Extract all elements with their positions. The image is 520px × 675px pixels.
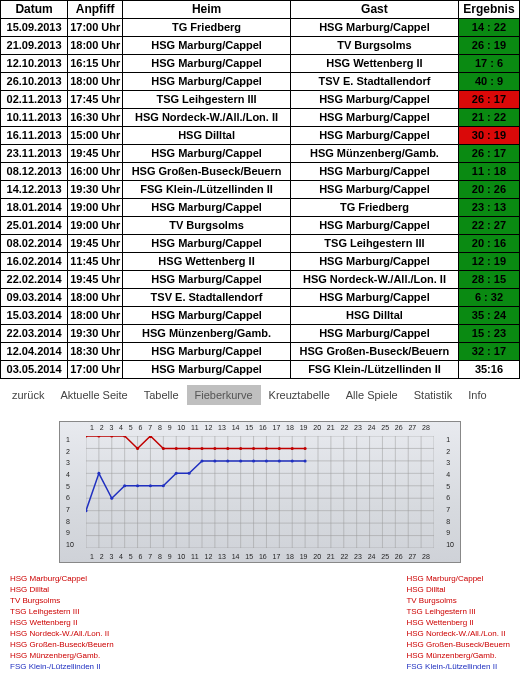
tab-alle-spiele[interactable]: Alle Spiele (338, 385, 406, 405)
table-row: 16.02.201411:45 UhrHSG Wettenberg IIHSG … (1, 253, 520, 271)
col-away: Gast (291, 1, 459, 19)
legend-item[interactable]: HSG Münzenberg/Gamb. (406, 650, 510, 661)
cell-result: 35:16 (458, 361, 519, 379)
col-date: Datum (1, 1, 68, 19)
cell-date: 15.03.2014 (1, 307, 68, 325)
svg-point-44 (162, 447, 165, 450)
cell-time: 18:00 Uhr (68, 289, 123, 307)
cell-home: TG Friedberg (123, 19, 291, 37)
chart-x-ticks-top: 1234567891011121314151617181920212223242… (90, 424, 430, 431)
legend-item[interactable]: TV Burgsolms (406, 595, 510, 606)
cell-result: 17 : 6 (458, 55, 519, 73)
cell-time: 16:15 Uhr (68, 55, 123, 73)
cell-result: 15 : 23 (458, 325, 519, 343)
col-home: Heim (123, 1, 291, 19)
legend-item[interactable]: TSG Leihgestern III (10, 606, 114, 617)
tab-statistik[interactable]: Statistik (406, 385, 461, 405)
legend-item[interactable]: HSG Nordeck-W./All./Lon. II (406, 628, 510, 639)
cell-date: 23.11.2013 (1, 145, 68, 163)
cell-away: HSG Marburg/Cappel (291, 91, 459, 109)
cell-away: TSV E. Stadtallendorf (291, 73, 459, 91)
legend-item[interactable]: FSG Klein-/Lützellinden II (10, 661, 114, 672)
cell-result: 40 : 9 (458, 73, 519, 91)
legend-item[interactable]: TSG Leihgestern III (406, 606, 510, 617)
legend-item[interactable]: HSG Münzenberg/Gamb. (10, 650, 114, 661)
table-header-row: Datum Anpfiff Heim Gast Ergebnis (1, 1, 520, 19)
cell-date: 08.02.2014 (1, 235, 68, 253)
table-row: 14.12.201319:30 UhrFSG Klein-/Lützellind… (1, 181, 520, 199)
cell-time: 17:45 Uhr (68, 91, 123, 109)
cell-home: HSG Marburg/Cappel (123, 361, 291, 379)
svg-point-62 (162, 484, 165, 487)
tab-aktuelle-seite[interactable]: Aktuelle Seite (52, 385, 135, 405)
legend-item[interactable]: HSG Großen-Buseck/Beuern (10, 639, 114, 650)
cell-away: TSG Leihgestern III (291, 235, 459, 253)
table-row: 08.02.201419:45 UhrHSG Marburg/CappelTSG… (1, 235, 520, 253)
cell-home: HSG Dilltal (123, 127, 291, 145)
cell-time: 11:45 Uhr (68, 253, 123, 271)
cell-away: HSG Marburg/Cappel (291, 253, 459, 271)
cell-date: 08.12.2013 (1, 163, 68, 181)
legend-item[interactable]: HSG Nordeck-W./All./Lon. II (10, 628, 114, 639)
cell-date: 26.10.2013 (1, 73, 68, 91)
series-line (86, 436, 305, 448)
cell-time: 19:30 Uhr (68, 325, 123, 343)
svg-point-40 (110, 436, 113, 438)
cell-away: HSG Marburg/Cappel (291, 325, 459, 343)
table-row: 02.11.201317:45 UhrTSG Leihgestern IIIHS… (1, 91, 520, 109)
svg-point-55 (304, 447, 307, 450)
cell-away: HSG Marburg/Cappel (291, 289, 459, 307)
cell-result: 21 : 22 (458, 109, 519, 127)
legend-item[interactable]: TV Burgsolms (10, 595, 114, 606)
cell-home: TSG Leihgestern III (123, 91, 291, 109)
svg-point-61 (149, 484, 152, 487)
cell-result: 26 : 19 (458, 37, 519, 55)
svg-point-59 (123, 484, 126, 487)
cell-time: 16:00 Uhr (68, 163, 123, 181)
cell-home: HSG Marburg/Cappel (123, 199, 291, 217)
legend-item[interactable]: HSG Wettenberg II (10, 617, 114, 628)
cell-result: 12 : 19 (458, 253, 519, 271)
legend-item[interactable]: HSG Wettenberg II (406, 617, 510, 628)
table-row: 16.11.201315:00 UhrHSG DilltalHSG Marbur… (1, 127, 520, 145)
cell-date: 10.11.2013 (1, 109, 68, 127)
cell-time: 19:00 Uhr (68, 217, 123, 235)
svg-point-73 (304, 459, 307, 462)
cell-home: TSV E. Stadtallendorf (123, 289, 291, 307)
legend-item[interactable]: HSG Marburg/Cappel (406, 573, 510, 584)
svg-point-60 (136, 484, 139, 487)
table-row: 12.04.201418:30 UhrHSG Marburg/CappelHSG… (1, 343, 520, 361)
cell-away: HSG Marburg/Cappel (291, 127, 459, 145)
table-row: 21.09.201318:00 UhrHSG Marburg/CappelTV … (1, 37, 520, 55)
tab-fieberkurve[interactable]: Fieberkurve (187, 385, 261, 405)
legend-item[interactable]: HSG Dilltal (406, 584, 510, 595)
legend-item[interactable]: HSG Marburg/Cappel (10, 573, 114, 584)
cell-time: 19:45 Uhr (68, 235, 123, 253)
tab-kreuztabelle[interactable]: Kreuztabelle (261, 385, 338, 405)
cell-result: 11 : 18 (458, 163, 519, 181)
cell-home: HSG Marburg/Cappel (123, 145, 291, 163)
cell-date: 12.04.2014 (1, 343, 68, 361)
legend-item[interactable]: FSG Klein-/Lützellinden II (406, 661, 510, 672)
tab-info[interactable]: Info (460, 385, 494, 405)
cell-date: 02.11.2013 (1, 91, 68, 109)
table-row: 12.10.201316:15 UhrHSG Marburg/CappelHSG… (1, 55, 520, 73)
cell-result: 28 : 15 (458, 271, 519, 289)
chart-x-ticks-bottom: 1234567891011121314151617181920212223242… (90, 553, 430, 560)
tab-zurück[interactable]: zurück (4, 385, 52, 405)
cell-home: HSG Marburg/Cappel (123, 55, 291, 73)
tab-tabelle[interactable]: Tabelle (136, 385, 187, 405)
cell-home: FSG Klein-/Lützellinden II (123, 181, 291, 199)
legend-item[interactable]: HSG Dilltal (10, 584, 114, 595)
legend-item[interactable]: HSG Großen-Buseck/Beuern (406, 639, 510, 650)
table-row: 25.01.201419:00 UhrTV BurgsolmsHSG Marbu… (1, 217, 520, 235)
cell-date: 14.12.2013 (1, 181, 68, 199)
cell-home: HSG Marburg/Cappel (123, 271, 291, 289)
svg-point-70 (265, 459, 268, 462)
cell-date: 22.02.2014 (1, 271, 68, 289)
cell-date: 18.01.2014 (1, 199, 68, 217)
cell-result: 32 : 17 (458, 343, 519, 361)
cell-away: HSG Marburg/Cappel (291, 217, 459, 235)
cell-away: HSG Nordeck-W./All./Lon. II (291, 271, 459, 289)
table-row: 18.01.201419:00 UhrHSG Marburg/CappelTG … (1, 199, 520, 217)
